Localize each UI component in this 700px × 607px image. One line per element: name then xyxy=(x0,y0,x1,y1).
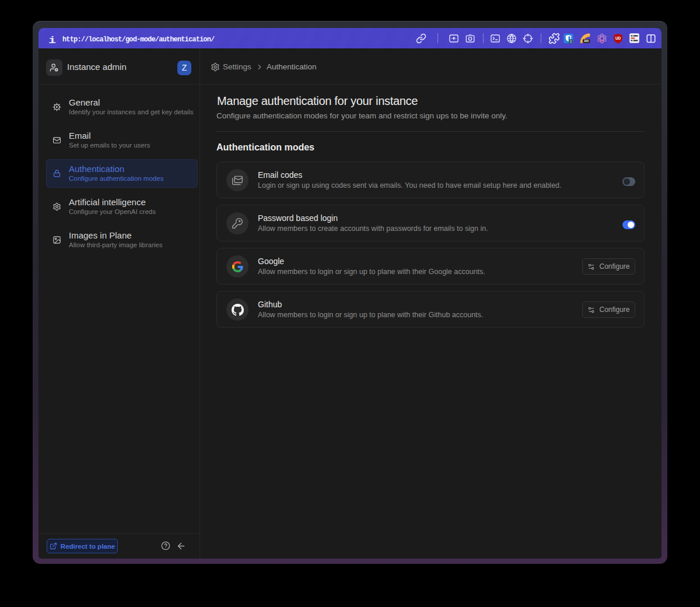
svg-text:303: 303 xyxy=(584,40,589,43)
svg-text:UD: UD xyxy=(615,36,621,40)
svg-text:2: 2 xyxy=(570,39,572,43)
